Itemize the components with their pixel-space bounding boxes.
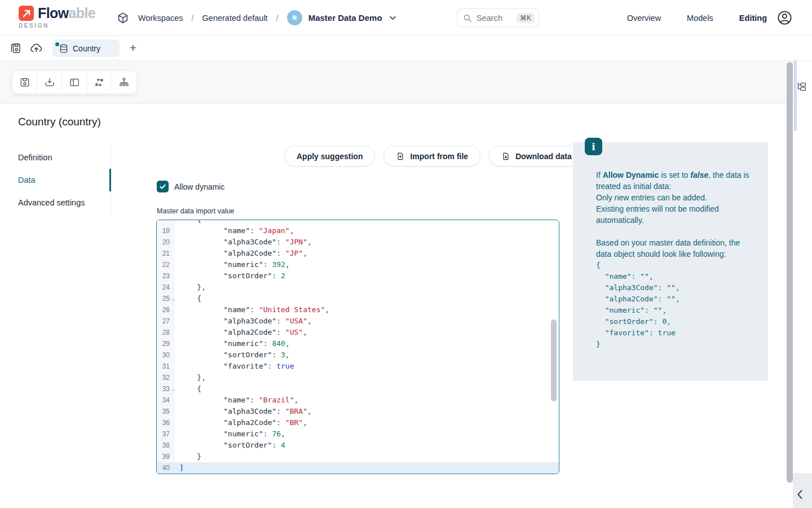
editor-line[interactable]: 19 "name": "Japan", [157, 225, 559, 237]
code-editor-lines: {19 "name": "Japan",20 "alpha3Code": "JP… [157, 220, 559, 474]
fold-chevron-icon[interactable]: ⌄ [172, 293, 175, 304]
workspace-cube-icon [116, 11, 130, 25]
allow-dynamic-label[interactable]: Allow dynamic [174, 182, 224, 191]
model-tab-bar [0, 36, 812, 61]
import-button[interactable] [37, 71, 62, 94]
editor-line[interactable]: 25⌄ { [157, 293, 559, 304]
editor-line[interactable]: 34 "name": "Brazil", [157, 395, 559, 406]
line-number: 40 [157, 462, 175, 474]
download-data-button[interactable]: Download data [489, 146, 584, 167]
model-name: Master Data Demo [308, 13, 382, 23]
import-from-file-button[interactable]: Import from file [383, 146, 480, 167]
hierarchy-button[interactable] [112, 71, 136, 94]
info-panel-text: Based on your master data definition, th… [596, 237, 755, 260]
editor-line[interactable]: 27 "alpha3Code": "USA", [157, 316, 559, 327]
allow-dynamic-row: Allow dynamic [157, 181, 224, 192]
sidebar-item-definition[interactable]: Definition [18, 153, 52, 162]
sidenav-active-indicator [109, 169, 111, 191]
save-all-icon[interactable] [10, 42, 23, 54]
line-number: 31 [157, 361, 175, 372]
save-button[interactable] [12, 71, 37, 94]
editor-line[interactable]: 33⌄ { [157, 383, 559, 395]
tab-country[interactable]: Country [52, 40, 120, 57]
editor-line[interactable]: 20 "alpha3Code": "JPN", [157, 237, 559, 248]
editor-line[interactable]: 22 "numeric": 392, [157, 259, 559, 270]
editor-scrollbar[interactable] [551, 319, 557, 401]
breadcrumb-workspaces[interactable]: Workspaces [138, 14, 183, 23]
breadcrumb-separator: / [192, 14, 194, 23]
editor-line[interactable]: 35 "alpha3Code": "BRA", [157, 406, 559, 417]
editor-line[interactable]: 37 "numeric": 76, [157, 428, 559, 440]
line-number: 23 [157, 270, 175, 282]
tree-structure-icon[interactable] [796, 81, 808, 93]
editor-line[interactable]: 38 "sortOrder": 4 [157, 440, 559, 451]
line-number: 34 [157, 395, 175, 406]
data-actions: Apply suggestion Import from file Downlo… [284, 146, 584, 167]
editor-line[interactable]: 26 "name": "United States", [157, 304, 559, 316]
split-panel-button[interactable] [62, 71, 87, 94]
line-number: 19 [157, 225, 175, 237]
download-data-label: Download data [515, 152, 572, 161]
sidebar-item-advanced-settings[interactable]: Advanced settings [18, 198, 85, 207]
editor-line[interactable]: 31 "favorite": true [157, 361, 559, 372]
flowable-logo-icon [19, 6, 34, 21]
allow-dynamic-checkbox[interactable] [157, 181, 169, 192]
editor-line[interactable]: 30 "sortOrder": 3, [157, 349, 559, 361]
info-panel-code-sample: { "name": "", "alpha3Code": "", "alpha2C… [596, 260, 755, 350]
brand-name: Flowable [38, 6, 95, 21]
breadcrumb-project[interactable]: Generated default [202, 14, 268, 23]
search-input[interactable]: Search ⌘K [457, 8, 539, 27]
page-scrollbar[interactable] [787, 62, 793, 483]
breadcrumb-separator: / [276, 14, 279, 23]
line-number [157, 220, 175, 225]
breadcrumb: Workspaces / Generated default / ✳ Maste… [116, 0, 397, 36]
info-panel-body: If Allow Dynamic is set to false, the da… [596, 169, 755, 350]
flowable-logo: Flowable DESIGN [19, 6, 95, 29]
editor-line[interactable]: 36 "alpha2Code": "BR", [157, 417, 559, 428]
line-number: 24 [157, 282, 175, 293]
import-from-file-label: Import from file [410, 152, 468, 161]
line-number: 38 [157, 440, 175, 451]
editor-line[interactable]: { [157, 220, 559, 225]
editor-line[interactable]: 32 }, [157, 372, 559, 383]
editor-line[interactable]: 23 "sortOrder": 2 [157, 270, 559, 282]
search-icon [463, 14, 472, 23]
publish-cloud-icon[interactable] [30, 42, 43, 54]
info-panel-text: If Allow Dynamic is set to false, the da… [596, 169, 755, 192]
editor-line[interactable]: 40] [157, 462, 559, 474]
editor-line[interactable]: 39 } [157, 451, 559, 462]
line-number: 26 [157, 304, 175, 316]
file-upload-icon [396, 152, 405, 161]
line-number: 27 [157, 316, 175, 327]
line-number: 33⌄ [157, 383, 175, 395]
tab-country-label: Country [73, 44, 100, 53]
apply-suggestion-button[interactable]: Apply suggestion [284, 146, 375, 167]
brand-subtitle: DESIGN [19, 23, 95, 29]
fold-chevron-icon[interactable]: ⌄ [172, 383, 175, 395]
nav-models[interactable]: Models [687, 14, 713, 23]
unsaved-changes-dot [55, 42, 59, 46]
add-tab-button[interactable]: + [125, 40, 141, 56]
nav-editing[interactable]: Editing [739, 14, 767, 23]
line-number: 20 [157, 237, 175, 248]
sync-versions-button[interactable] [87, 71, 112, 94]
editor-line[interactable]: 28 "alpha2Code": "US", [157, 327, 559, 338]
page-title: Country (country) [18, 116, 101, 128]
nav-overview[interactable]: Overview [627, 14, 661, 23]
model-selector[interactable]: ✳ Master Data Demo [287, 10, 397, 25]
info-icon: i [585, 138, 602, 155]
editor-line[interactable]: 29 "numeric": 840, [157, 338, 559, 349]
app-header: Flowable DESIGN Workspaces / Generated d… [0, 0, 812, 36]
collapse-panel-chevron-icon[interactable] [796, 489, 805, 500]
search-shortcut-badge: ⌘K [517, 13, 535, 23]
info-panel-text: Only new entries can be added. [596, 192, 755, 203]
editor-field-label: Master data import value [157, 207, 235, 215]
sidebar-item-data[interactable]: Data [18, 176, 36, 185]
user-avatar-icon[interactable] [776, 10, 793, 26]
editor-line[interactable]: 21 "alpha2Code": "JP", [157, 248, 559, 259]
info-panel: If Allow Dynamic is set to false, the da… [573, 142, 768, 381]
master-data-code-editor[interactable]: {19 "name": "Japan",20 "alpha3Code": "JP… [156, 220, 559, 474]
editor-line[interactable]: 24 }, [157, 282, 559, 293]
line-number: 28 [157, 327, 175, 338]
file-download-icon [501, 152, 510, 161]
